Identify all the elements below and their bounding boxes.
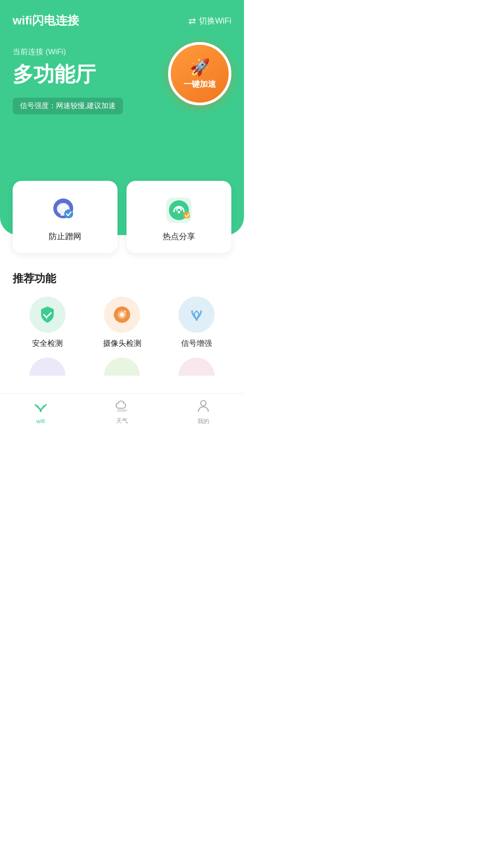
boost-label: 一键加速	[183, 79, 216, 90]
svg-point-2	[64, 209, 73, 218]
security-check-label: 安全检测	[32, 338, 63, 349]
switch-wifi-label: 切换WiFi	[199, 15, 231, 26]
nav-weather-label: 天气	[116, 417, 128, 425]
nav-item-weather[interactable]: 天气	[81, 399, 163, 429]
svg-point-1	[62, 209, 64, 211]
anti-freeload-card[interactable]: 防止蹭网	[13, 181, 117, 253]
wifi-nav-icon	[33, 400, 48, 416]
nav-item-wifi[interactable]: wifi	[0, 400, 81, 428]
hotspot-share-icon	[164, 196, 193, 225]
security-check-item[interactable]: 安全检测	[13, 297, 83, 349]
recommend-grid: 安全检测 摄像头检测	[13, 297, 231, 349]
camera-check-item[interactable]: 摄像头检测	[87, 297, 157, 349]
svg-point-14	[201, 401, 206, 406]
nav-item-mine[interactable]: 我的	[163, 399, 244, 429]
signal-boost-icon-bg	[178, 297, 215, 333]
svg-point-11	[124, 311, 126, 312]
hotspot-share-label: 热点分享	[163, 231, 195, 242]
switch-icon: ⇄	[188, 15, 196, 26]
boost-button[interactable]: 🚀 一键加速	[168, 42, 231, 105]
recommended-section: 推荐功能 安全检测	[0, 271, 244, 376]
switch-wifi-button[interactable]: ⇄ 切换WiFi	[188, 15, 231, 26]
signal-badge: 信号强度：网速较慢,建议加速	[13, 98, 123, 114]
svg-point-12	[195, 319, 197, 321]
nav-wifi-label: wifi	[37, 418, 45, 425]
signal-boost-label: 信号增强	[181, 338, 212, 349]
mine-nav-icon	[197, 399, 210, 415]
partial-icon-bg-3	[178, 358, 215, 376]
app-title: wifi闪电连接	[13, 13, 79, 28]
svg-point-13	[40, 410, 42, 412]
header: wifi闪电连接 ⇄ 切换WiFi	[0, 0, 244, 28]
partial-item-2[interactable]	[87, 358, 157, 376]
camera-check-label: 摄像头检测	[103, 338, 141, 349]
recommended-title: 推荐功能	[13, 271, 231, 286]
bottom-nav: wifi 天气 我的	[0, 393, 244, 434]
nav-mine-label: 我的	[197, 417, 209, 425]
connection-area: 当前连接 (WiFi) 多功能厅 信号强度：网速较慢,建议加速 🚀 一键加速	[0, 28, 244, 114]
partial-item-3[interactable]	[161, 358, 231, 376]
security-check-icon-bg	[29, 297, 66, 333]
rocket-icon: 🚀	[190, 58, 210, 77]
camera-check-icon-bg	[104, 297, 140, 333]
partial-item-1[interactable]	[13, 358, 83, 376]
svg-point-5	[178, 211, 180, 213]
weather-nav-icon	[114, 399, 130, 415]
partial-icon-bg-2	[104, 358, 140, 376]
svg-point-10	[121, 313, 123, 316]
partial-recommend-row	[13, 358, 231, 376]
partial-icon-bg-1	[29, 358, 66, 376]
anti-freeload-label: 防止蹭网	[49, 231, 81, 242]
feature-cards-area: 防止蹭网 热点分享	[0, 181, 244, 253]
anti-freeload-icon	[51, 196, 80, 225]
hotspot-share-card[interactable]: 热点分享	[127, 181, 231, 253]
signal-boost-item[interactable]: 信号增强	[161, 297, 231, 349]
